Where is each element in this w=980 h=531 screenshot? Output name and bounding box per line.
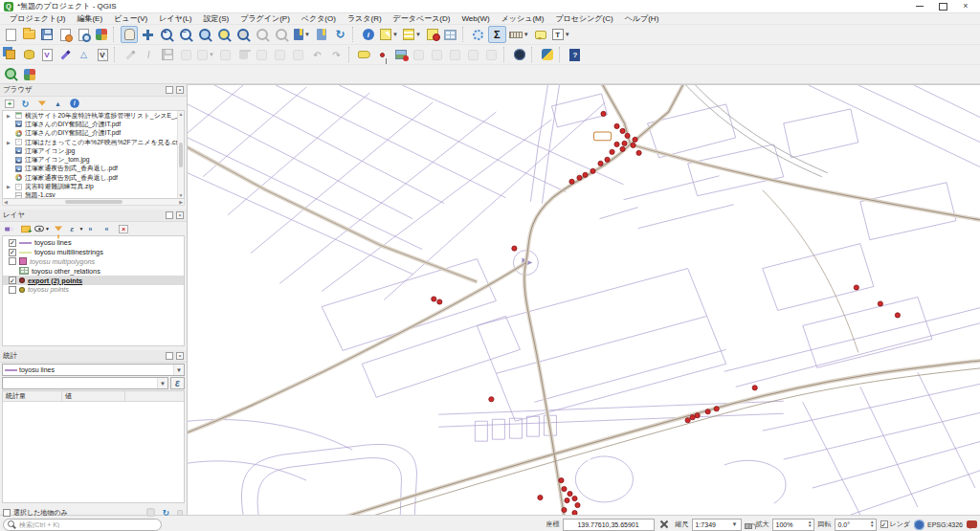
select-features-button[interactable]: ▼ <box>378 26 400 43</box>
menu-item-2[interactable]: ビュー(V) <box>108 13 153 24</box>
filter-legend-button[interactable] <box>51 223 65 235</box>
new-shapefile-layer-button[interactable]: V <box>38 46 56 63</box>
filter-browser-button[interactable] <box>34 98 49 110</box>
zoom-in-button[interactable]: + <box>158 26 176 43</box>
expand-arrow-icon[interactable]: ▶ <box>7 113 12 119</box>
new-virtual-layer-button[interactable]: V <box>94 46 111 63</box>
layer-row[interactable]: ✓toyosu multilinestrings <box>3 248 184 257</box>
style-manager-button[interactable] <box>93 26 110 43</box>
layer-row[interactable]: ✓toyosu lines <box>3 238 184 248</box>
expand-all-button[interactable]: » <box>83 223 98 235</box>
search-box[interactable] <box>3 519 162 531</box>
menu-item-3[interactable]: レイヤ(L) <box>153 13 197 24</box>
menu-item-5[interactable]: プラグイン(P) <box>234 13 296 24</box>
menu-item-12[interactable]: ヘルプ(H) <box>619 13 665 24</box>
refresh-browser-button[interactable]: ↻ <box>18 98 33 110</box>
menu-item-6[interactable]: ベクタ(O) <box>296 13 342 24</box>
layer-diagram-button[interactable] <box>374 46 391 63</box>
layer-visibility-checkbox[interactable]: ✓ <box>9 249 16 256</box>
decoration-image-button[interactable] <box>392 46 410 63</box>
new-project-button[interactable] <box>2 26 19 43</box>
zoom-out-button[interactable]: − <box>177 26 195 43</box>
menu-item-9[interactable]: Web(W) <box>456 13 495 24</box>
refresh-map-button[interactable]: ↻ <box>331 26 349 43</box>
browser-close-icon[interactable]: × <box>176 86 184 94</box>
browser-vertical-scrollbar[interactable]: ▲▼ <box>177 111 184 198</box>
layer-labeling-button[interactable] <box>356 46 373 63</box>
identify-features-button[interactable]: i <box>360 26 377 43</box>
layer-row[interactable]: toyosu other_relations <box>3 266 184 276</box>
zoom-full-button[interactable] <box>196 26 214 43</box>
rotation-spinbox[interactable]: 0.0° ▲▼ <box>835 519 877 531</box>
filter-by-expression-button[interactable]: ε▼ <box>67 223 81 235</box>
layer-row[interactable]: toyosu multipolygons <box>3 257 184 267</box>
open-layer-styling-button[interactable] <box>2 223 16 235</box>
new-mesh-layer-button[interactable]: △ <box>75 46 93 63</box>
crs-globe-icon[interactable] <box>914 520 924 530</box>
browser-item[interactable]: ▶災害時避難訓練写真.zip <box>3 182 184 190</box>
browser-item[interactable]: ▶横浜サイト20年度特許執筆進捗管理リスト_シスE_上 <box>3 111 184 120</box>
maximize-button[interactable] <box>938 2 947 11</box>
layer-visibility-checkbox[interactable]: ✓ <box>9 277 16 284</box>
layer-visibility-checkbox[interactable] <box>9 286 16 294</box>
messages-icon[interactable] <box>967 520 977 528</box>
browser-item[interactable]: 江塚さんのDIY奮闘記_介護IT.pdf <box>3 129 184 138</box>
zoom-to-selection-button[interactable] <box>215 26 234 43</box>
collapse-all-button[interactable]: ▲ <box>51 98 65 110</box>
menu-item-11[interactable]: プロセシング(C) <box>549 13 618 24</box>
scale-combo[interactable]: 1:7349 ▼ <box>692 519 742 531</box>
coordinate-input[interactable]: 139.77610,35.65901 <box>563 519 655 531</box>
statistics-summary-button[interactable]: Σ <box>488 26 506 43</box>
statistics-undock-icon[interactable] <box>166 352 173 360</box>
options-icon[interactable] <box>177 510 183 516</box>
metasearch-button[interactable] <box>511 46 528 63</box>
misc-plugin-button[interactable] <box>21 66 38 83</box>
layer-visibility-checkbox[interactable]: ✓ <box>9 239 16 247</box>
add-group-button[interactable] <box>18 223 33 235</box>
map-canvas[interactable] <box>188 84 980 515</box>
browser-horizontal-scrollbar[interactable]: ◀▶ <box>2 199 185 206</box>
open-attribute-table-button[interactable] <box>442 26 459 43</box>
expand-arrow-icon[interactable]: ▶ <box>7 140 12 145</box>
python-console-button[interactable] <box>539 46 556 63</box>
magnifier-spinbox[interactable]: 100% ▲▼ <box>772 519 814 531</box>
search-plugin-button[interactable] <box>2 66 20 83</box>
remove-layer-button[interactable]: × <box>116 223 130 235</box>
browser-item[interactable]: 江塚家通夜告別式_香典返し.pdf <box>3 165 184 173</box>
recalculate-statistics-icon[interactable]: ↻ <box>161 507 171 518</box>
measure-button[interactable]: ▼ <box>507 26 531 43</box>
new-geopackage-layer-button[interactable] <box>20 46 37 63</box>
select-by-value-button[interactable]: ▼ <box>401 26 423 43</box>
statistics-layer-combo[interactable]: toyosu lines ▼ <box>2 364 185 376</box>
layers-undock-icon[interactable] <box>166 211 173 219</box>
only-selected-checkbox[interactable] <box>3 509 11 517</box>
zoom-to-layer-button[interactable] <box>234 26 253 43</box>
map-tips-button[interactable] <box>532 26 549 43</box>
minimize-button[interactable] <box>915 2 924 11</box>
layers-close-icon[interactable]: × <box>176 211 184 219</box>
new-spatial-bookmark-button[interactable]: ▼ <box>292 26 312 43</box>
statistics-close-icon[interactable]: × <box>176 352 184 360</box>
add-selected-layers-button[interactable]: + <box>2 98 16 110</box>
browser-item[interactable]: 江塚家通夜告別式_香典返し.pdf <box>3 173 184 182</box>
new-spatialite-layer-button[interactable] <box>56 46 74 63</box>
data-source-manager-button[interactable] <box>2 46 19 63</box>
search-input[interactable] <box>19 521 157 528</box>
layer-row[interactable]: toyosu points <box>3 285 184 295</box>
save-project-button[interactable] <box>38 26 56 43</box>
manage-map-themes-button[interactable]: ▼ <box>34 223 49 235</box>
layout-manager-button[interactable] <box>75 26 92 43</box>
close-button[interactable]: × <box>961 2 970 11</box>
text-annotation-button[interactable]: T▼ <box>550 26 572 43</box>
new-print-layout-button[interactable] <box>56 26 74 43</box>
menu-item-4[interactable]: 設定(S) <box>198 13 235 24</box>
expand-arrow-icon[interactable]: ▶ <box>7 184 12 189</box>
browser-item[interactable]: 江塚アイコン.jpg <box>3 146 184 155</box>
pan-to-selection-button[interactable] <box>139 26 157 43</box>
menu-item-1[interactable]: 編集(E) <box>71 13 108 24</box>
menu-item-7[interactable]: ラスタ(R) <box>342 13 388 24</box>
layer-visibility-checkbox[interactable] <box>9 257 16 265</box>
menu-item-10[interactable]: メッシュ(M) <box>496 13 550 24</box>
layer-row[interactable]: ✓export (2) points <box>3 276 184 285</box>
help-contents-button[interactable]: ? <box>567 46 584 63</box>
